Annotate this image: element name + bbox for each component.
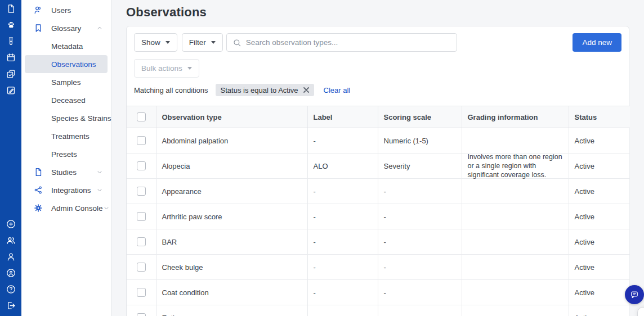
users-icon	[33, 5, 43, 15]
cell-observation-type: Eating	[156, 305, 307, 316]
search-icon	[232, 38, 242, 47]
add-new-button[interactable]: Add new	[573, 33, 621, 52]
calendar-icon[interactable]	[5, 52, 16, 63]
icon-rail	[0, 0, 21, 316]
cell-scoring-scale: -	[378, 179, 462, 204]
table-row[interactable]: Eating - - Active	[127, 305, 630, 316]
chevron-down-icon	[166, 41, 170, 44]
logout-icon[interactable]	[5, 300, 16, 311]
table-row[interactable]: Coat condition - - Active	[127, 280, 630, 305]
sidebar-nav: Users Glossary Metadata Observations Sam…	[21, 0, 111, 316]
table-row[interactable]: Cheek bulge - - Active	[127, 255, 630, 280]
help-icon[interactable]	[5, 283, 16, 295]
cell-observation-type: Appearance	[156, 179, 307, 204]
test-tube-icon[interactable]	[5, 35, 16, 47]
cell-scoring-scale: -	[378, 204, 462, 229]
sidebar-item-label: Users	[51, 6, 71, 15]
cell-status: Active	[569, 154, 630, 179]
column-header-observation-type: Observation type	[156, 106, 307, 128]
user-icon[interactable]	[5, 251, 16, 262]
rail-top-icons	[5, 3, 16, 101]
sidebar-item-metadata[interactable]: Metadata	[25, 37, 108, 55]
column-header-label: Label	[307, 106, 378, 128]
note-edit-icon[interactable]	[5, 84, 16, 96]
show-dropdown[interactable]: Show	[134, 33, 177, 52]
cell-grading-information: Involves more than one region or a singl…	[462, 154, 569, 179]
sidebar-item-observations[interactable]: Observations	[25, 55, 108, 73]
page-title: Observations	[126, 5, 644, 20]
sidebar-item-integrations[interactable]: Integrations	[25, 181, 108, 199]
cell-scoring-scale: -	[378, 305, 462, 316]
remove-filter-icon[interactable]	[303, 87, 309, 93]
paw-icon[interactable]	[5, 19, 16, 30]
rail-bottom-icons	[5, 213, 16, 311]
row-checkbox[interactable]	[137, 161, 146, 170]
cell-grading-information	[462, 229, 569, 255]
bulk-actions-row: Bulk actions	[127, 52, 629, 78]
sidebar-item-presets[interactable]: Presets	[25, 145, 108, 163]
tasks-icon[interactable]	[5, 68, 16, 79]
column-header-grading-information: Grading information	[462, 106, 569, 128]
table-row[interactable]: Alopecia ALO Severity Involves more than…	[127, 154, 630, 179]
cell-grading-information	[462, 305, 569, 316]
sidebar-item-samples[interactable]: Samples	[25, 73, 108, 91]
row-checkbox[interactable]	[137, 263, 146, 272]
select-all-checkbox[interactable]	[137, 112, 146, 121]
cell-observation-type: Arthritic paw score	[156, 204, 307, 229]
filter-dropdown[interactable]: Filter	[182, 33, 223, 52]
cell-label: -	[307, 179, 378, 204]
cell-scoring-scale: Severity	[378, 154, 462, 179]
share-icon	[33, 185, 43, 195]
table-row[interactable]: BAR - - Active	[127, 229, 630, 255]
sidebar-item-users[interactable]: Users	[25, 1, 108, 19]
main-content: Observations Show Filter Add new Bulk ac…	[111, 0, 644, 316]
row-checkbox[interactable]	[137, 187, 146, 196]
bulk-actions-dropdown[interactable]: Bulk actions	[134, 59, 199, 78]
support-icon[interactable]	[5, 267, 16, 278]
search-box[interactable]	[226, 33, 457, 52]
bulk-actions-label: Bulk actions	[141, 64, 182, 73]
sidebar-item-admin-console[interactable]: Admin Console	[25, 199, 108, 217]
cell-grading-information	[462, 255, 569, 280]
sidebar-item-label: Deceased	[51, 96, 86, 105]
chat-launcher-button[interactable]	[625, 285, 644, 304]
observations-table: Observation type Label Scoring scale Gra…	[127, 106, 630, 316]
plus-circle-icon[interactable]	[5, 218, 16, 229]
chevron-down-icon	[187, 67, 192, 70]
row-checkbox[interactable]	[137, 288, 146, 297]
row-checkbox[interactable]	[137, 313, 146, 316]
clear-all-link[interactable]: Clear all	[324, 86, 351, 94]
document-icon	[33, 167, 43, 177]
cell-grading-information	[462, 179, 569, 204]
cell-scoring-scale: -	[378, 280, 462, 305]
chevron-up-icon	[96, 25, 103, 31]
user-group-icon[interactable]	[5, 234, 16, 246]
chevron-down-icon	[211, 41, 216, 44]
row-checkbox[interactable]	[137, 212, 146, 221]
table-row[interactable]: Abdominal palpation - Numeric (1-5) Acti…	[127, 128, 630, 154]
column-header-status: Status	[569, 106, 630, 128]
sidebar-item-studies[interactable]: Studies	[25, 163, 108, 181]
cell-scoring-scale: Numeric (1-5)	[378, 128, 462, 154]
widget-corner-card	[637, 307, 644, 316]
document-icon[interactable]	[5, 3, 16, 14]
chevron-down-icon	[96, 187, 103, 193]
cell-label: -	[307, 255, 378, 280]
table-row[interactable]: Appearance - - Active	[127, 179, 630, 204]
sidebar-item-species-strains[interactable]: Species & Strains	[25, 109, 108, 127]
sidebar-item-label: Admin Console	[51, 204, 103, 213]
matching-conditions-label: Matching all conditions	[134, 86, 208, 94]
table-row[interactable]: Arthritic paw score - - Active	[127, 204, 630, 229]
search-input[interactable]	[246, 38, 451, 47]
cell-status: Active	[569, 305, 630, 316]
sidebar-item-glossary[interactable]: Glossary	[25, 19, 108, 37]
row-checkbox[interactable]	[137, 136, 146, 145]
sidebar-item-deceased[interactable]: Deceased	[25, 91, 108, 109]
cell-label: -	[307, 128, 378, 154]
sidebar-item-treatments[interactable]: Treatments	[25, 127, 108, 145]
row-checkbox[interactable]	[137, 237, 146, 246]
sidebar-item-label: Integrations	[51, 186, 91, 195]
cell-scoring-scale: -	[378, 255, 462, 280]
cell-grading-information	[462, 128, 569, 154]
cell-status: Active	[569, 128, 630, 154]
